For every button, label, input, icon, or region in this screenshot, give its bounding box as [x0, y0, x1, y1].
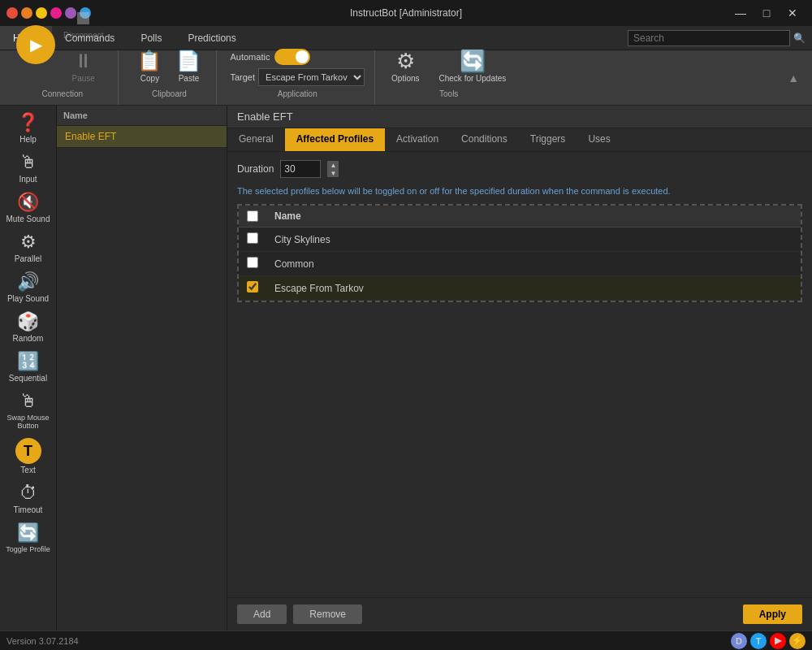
- command-list-header: Name: [57, 106, 227, 126]
- parallel-icon: ⚙: [20, 232, 37, 253]
- discord-icon[interactable]: D: [731, 633, 747, 649]
- command-item-enable-eft[interactable]: Enable EFT: [57, 126, 227, 148]
- sequential-icon: 🔢: [17, 351, 39, 372]
- copy-icon: 📋: [137, 50, 162, 72]
- add-button[interactable]: Add: [237, 604, 287, 624]
- profile-row-city-skylines: City Skylines: [239, 228, 801, 252]
- profiles-table: Name City Skylines Common: [239, 206, 801, 301]
- duration-spinner: ▲ ▼: [327, 161, 339, 177]
- disconnect-button[interactable]: ⏹ Disconnect: [58, 3, 108, 43]
- tab-uses[interactable]: Uses: [577, 128, 621, 151]
- sidebar-item-text[interactable]: T Text: [3, 435, 54, 478]
- collapse-arrow[interactable]: ▲: [781, 70, 806, 86]
- connect-icon: ▶: [30, 35, 42, 54]
- input-icon: 🖱: [19, 152, 37, 173]
- target-label: Target: [230, 72, 255, 82]
- duration-input[interactable]: [280, 160, 321, 178]
- duration-row: Duration ▲ ▼: [237, 160, 802, 178]
- profiles-container: Name City Skylines Common: [237, 204, 802, 302]
- twitter-icon[interactable]: T: [750, 633, 767, 649]
- remove-button[interactable]: Remove: [293, 604, 362, 624]
- connect-button[interactable]: ▶: [16, 25, 55, 64]
- mute-sound-icon: 🔇: [17, 192, 39, 213]
- application-label: Application: [278, 89, 317, 102]
- sidebar-item-play-sound[interactable]: 🔊 Play Sound: [3, 268, 54, 306]
- text-icon: T: [15, 438, 41, 464]
- maximize-button[interactable]: □: [754, 5, 780, 21]
- youtube-icon[interactable]: ▶: [770, 633, 786, 649]
- pause-icon: ⏸: [74, 50, 93, 72]
- clipboard-group: 📋 Copy 📄 Paste Clipboard: [122, 50, 217, 105]
- disconnect-icon: ⏹: [74, 6, 93, 29]
- sidebar-item-help[interactable]: ❓ Help: [3, 109, 54, 147]
- window-controls: — □ ✕: [728, 5, 806, 21]
- options-button[interactable]: ⚙ Options: [388, 46, 422, 86]
- window-title: InstructBot [Administrator]: [350, 7, 462, 19]
- left-sidebar: ❓ Help 🖱 Input 🔇 Mute Sound ⚙ Parallel 🔊…: [0, 106, 57, 630]
- search-area: 🔍: [628, 26, 812, 50]
- tab-triggers[interactable]: Triggers: [519, 128, 577, 151]
- clipboard-label: Clipboard: [152, 89, 187, 102]
- select-all-checkbox[interactable]: [247, 210, 258, 222]
- duration-label: Duration: [237, 163, 274, 175]
- search-input[interactable]: [628, 30, 790, 46]
- paste-icon: 📄: [176, 50, 201, 72]
- toggle-profile-icon: 🔄: [17, 522, 39, 544]
- tools-group: ⚙ Options 🔄 Check for Updates Tools: [378, 50, 519, 105]
- target-select[interactable]: Escape From Tarkov City Skylines Common: [258, 68, 365, 86]
- title-bar: InstructBot [Administrator] — □ ✕: [0, 0, 812, 26]
- automatic-toggle[interactable]: [274, 49, 310, 65]
- city-skylines-checkbox[interactable]: [247, 232, 258, 244]
- random-icon: 🎲: [17, 311, 39, 332]
- apply-button[interactable]: Apply: [743, 604, 802, 624]
- version-text: Version 3.07.2184: [6, 636, 79, 646]
- tab-general[interactable]: General: [227, 128, 285, 151]
- connection-label: Connection: [41, 89, 83, 102]
- escape-from-tarkov-checkbox[interactable]: [247, 281, 258, 292]
- tab-conditions[interactable]: Conditions: [450, 128, 519, 151]
- city-skylines-label: City Skylines: [266, 228, 801, 252]
- tools-label: Tools: [439, 89, 458, 102]
- paste-button[interactable]: 📄 Paste: [171, 46, 206, 86]
- duration-down-button[interactable]: ▼: [327, 169, 339, 177]
- help-icon: ❓: [17, 112, 39, 133]
- common-checkbox[interactable]: [247, 257, 258, 268]
- main-layout: ❓ Help 🖱 Input 🔇 Mute Sound ⚙ Parallel 🔊…: [0, 106, 812, 630]
- copy-button[interactable]: 📋 Copy: [132, 46, 167, 86]
- extra-icon[interactable]: ⚡: [789, 633, 806, 649]
- swap-mouse-icon: 🖱: [19, 391, 37, 412]
- profile-row-common: Common: [239, 252, 801, 276]
- application-group: Automatic Target Escape From Tarkov City…: [220, 50, 375, 105]
- sidebar-item-input[interactable]: 🖱 Input: [3, 149, 54, 187]
- content-tabs: General Affected Profiles Activation Con…: [227, 128, 812, 152]
- connection-group: ▶ ⏹ Disconnect ⏸ Pause Connection: [6, 50, 119, 105]
- sidebar-item-random[interactable]: 🎲 Random: [3, 308, 54, 346]
- close-button[interactable]: ✕: [780, 5, 806, 21]
- pause-button[interactable]: ⏸ Pause: [58, 46, 108, 86]
- content-header: Enable EFT: [227, 106, 812, 128]
- sidebar-item-parallel[interactable]: ⚙ Parallel: [3, 228, 54, 266]
- toolbar: ▶ ⏹ Disconnect ⏸ Pause Connection 📋 Copy: [0, 50, 812, 106]
- status-bar: Version 3.07.2184 D T ▶ ⚡: [0, 630, 812, 650]
- search-icon: 🔍: [793, 32, 806, 44]
- main-content: Enable EFT General Affected Profiles Act…: [227, 106, 812, 630]
- minimize-button[interactable]: —: [728, 5, 754, 21]
- escape-from-tarkov-label: Escape From Tarkov: [266, 276, 801, 301]
- sidebar-item-mute-sound[interactable]: 🔇 Mute Sound: [3, 188, 54, 227]
- tab-affected-profiles[interactable]: Affected Profiles: [285, 128, 385, 151]
- timeout-icon: ⏱: [19, 483, 37, 504]
- profile-row-escape-from-tarkov: Escape From Tarkov: [239, 276, 801, 301]
- update-icon: 🔄: [460, 49, 486, 74]
- sidebar-item-toggle-profile[interactable]: 🔄 Toggle Profile: [3, 519, 54, 557]
- sidebar-item-sequential[interactable]: 🔢 Sequential: [3, 348, 54, 386]
- sidebar-item-swap-mouse[interactable]: 🖱 Swap Mouse Button: [3, 388, 54, 433]
- check-updates-button[interactable]: 🔄 Check for Updates: [436, 46, 510, 86]
- common-label: Common: [266, 252, 801, 276]
- tab-activation[interactable]: Activation: [385, 128, 450, 151]
- automatic-label: Automatic: [230, 52, 270, 62]
- sidebar-item-timeout[interactable]: ⏱ Timeout: [3, 479, 54, 518]
- tab-content-area: Duration ▲ ▼ The selected profiles below…: [227, 152, 812, 597]
- status-icons: D T ▶ ⚡: [731, 633, 806, 649]
- play-sound-icon: 🔊: [17, 271, 39, 292]
- duration-up-button[interactable]: ▲: [327, 161, 339, 169]
